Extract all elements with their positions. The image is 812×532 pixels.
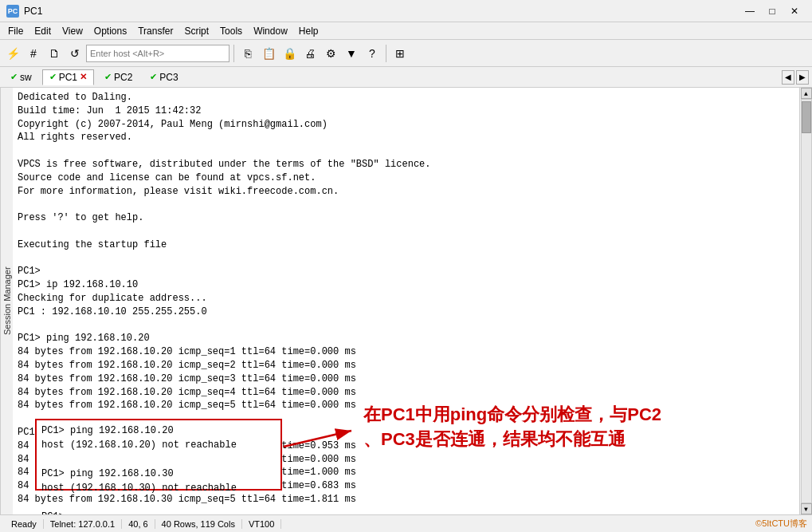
toolbar-copy-icon[interactable]: ⎘ — [238, 44, 257, 63]
annotation-line2: 、PC3是否连通，结果均不能互通 — [363, 428, 778, 452]
toolbar-refresh-icon[interactable]: ↺ — [65, 44, 84, 63]
status-position: 40, 6 — [122, 519, 155, 529]
menu-window[interactable]: Window — [249, 24, 292, 38]
tab-pc2-label: PC2 — [114, 72, 132, 83]
host-input[interactable] — [86, 45, 229, 62]
terminal-area[interactable]: Dedicated to Daling. Build time: Jun 1 2… — [13, 88, 799, 514]
menu-transfer[interactable]: Transfer — [133, 24, 178, 38]
menu-edit[interactable]: Edit — [29, 24, 56, 38]
main-area: Session Manager Dedicated to Daling. Bui… — [0, 88, 812, 514]
menu-options[interactable]: Options — [89, 24, 131, 38]
status-bar: Ready Telnet: 127.0.0.1 40, 6 40 Rows, 1… — [0, 514, 812, 532]
toolbar-separator-2 — [386, 45, 386, 62]
scroll-thumb[interactable] — [802, 101, 811, 133]
toolbar-new-icon[interactable]: 🗋 — [45, 44, 64, 63]
maximize-button[interactable]: □ — [761, 3, 783, 19]
menu-bar: File Edit View Options Transfer Script T… — [0, 22, 812, 40]
session-manager-sidebar[interactable]: Session Manager — [0, 88, 13, 514]
tab-pc1-label: PC1 — [59, 72, 77, 83]
title-bar-left: PC PC1 — [6, 5, 42, 18]
toolbar-book-icon[interactable]: 📋 — [259, 44, 278, 63]
title-bar: PC PC1 — □ ✕ — [0, 0, 812, 22]
status-terminal: VT100 — [242, 519, 281, 529]
tabs-next-button[interactable]: ▶ — [796, 70, 809, 85]
session-manager-label: Session Manager — [2, 267, 12, 336]
status-ready: Ready — [5, 519, 44, 529]
tab-pc3[interactable]: ✔ PC3 — [143, 69, 185, 85]
toolbar-print-icon[interactable]: 🖨 — [300, 44, 320, 63]
toolbar-extra-icon[interactable]: ⊞ — [390, 44, 410, 63]
tab-pc3-check: ✔ — [150, 72, 157, 82]
scroll-down-button[interactable]: ▼ — [801, 503, 812, 514]
scroll-track[interactable] — [801, 99, 812, 503]
toolbar-lock-icon[interactable]: 🔒 — [280, 44, 299, 63]
toolbar-gear-icon[interactable]: ⚙ — [321, 44, 340, 63]
tabs-navigation: ◀ ▶ — [782, 70, 809, 85]
menu-file[interactable]: File — [3, 24, 28, 38]
annotation-box: PC1> ping 192.168.10.20 host (192.168.10… — [35, 419, 282, 491]
status-logo: ©5ItCTU博客 — [755, 518, 807, 530]
tabs-prev-button[interactable]: ◀ — [782, 70, 794, 85]
status-connection: Telnet: 127.0.0.1 — [44, 519, 122, 529]
toolbar: ⚡ # 🗋 ↺ ⎘ 📋 🔒 🖨 ⚙ ▼ ? ⊞ — [0, 40, 812, 67]
tab-pc1-check: ✔ — [49, 72, 57, 82]
toolbar-hash-icon[interactable]: # — [24, 44, 43, 63]
toolbar-separator-1 — [233, 45, 234, 62]
toolbar-check-icon[interactable]: ⚡ — [3, 44, 22, 63]
tab-pc1-close[interactable]: ✕ — [80, 72, 87, 82]
tab-sw-label: sw — [20, 72, 32, 83]
tab-pc3-label: PC3 — [159, 72, 178, 83]
tab-pc2-check: ✔ — [104, 72, 112, 82]
scroll-up-button[interactable]: ▲ — [801, 88, 812, 99]
tab-sw-check: ✔ — [10, 72, 18, 82]
menu-tools[interactable]: Tools — [215, 24, 247, 38]
tabs-bar: ✔ sw ✔ PC1 ✕ ✔ PC2 ✔ PC3 ◀ ▶ — [0, 67, 812, 88]
annotation-line1: 在PC1中用ping命令分别检查，与PC2 — [363, 403, 778, 428]
minimize-button[interactable]: — — [739, 3, 761, 19]
window-title: PC1 — [24, 6, 42, 17]
status-dimensions: 40 Rows, 119 Cols — [155, 519, 242, 529]
tab-pc1[interactable]: ✔ PC1 ✕ — [42, 69, 94, 85]
menu-script[interactable]: Script — [179, 24, 214, 38]
toolbar-filter-icon[interactable]: ▼ — [342, 44, 361, 63]
close-button[interactable]: ✕ — [783, 3, 806, 19]
toolbar-help-icon[interactable]: ? — [363, 44, 382, 63]
scrollbar: ▲ ▼ — [799, 88, 812, 514]
menu-help[interactable]: Help — [294, 24, 324, 38]
menu-view[interactable]: View — [57, 24, 88, 38]
annotation-text: 在PC1中用ping命令分别检查，与PC2 、PC3是否连通，结果均不能互通 — [363, 403, 778, 452]
tab-pc2[interactable]: ✔ PC2 — [97, 69, 139, 85]
tab-sw[interactable]: ✔ sw — [3, 69, 39, 85]
app-icon: PC — [6, 5, 19, 18]
title-bar-controls: — □ ✕ — [739, 3, 806, 19]
